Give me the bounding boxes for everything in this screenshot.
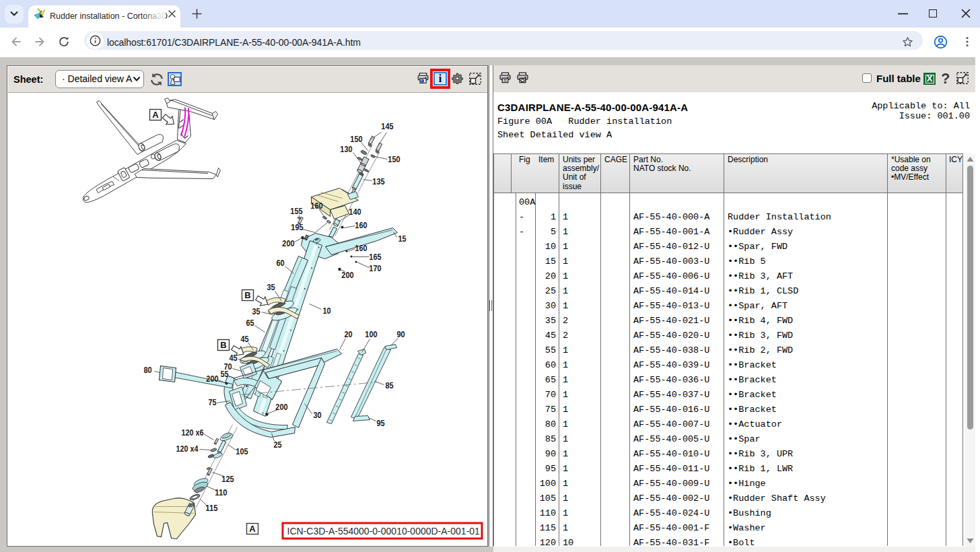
svg-text:155: 155 — [290, 206, 303, 216]
svg-text:200: 200 — [275, 402, 287, 412]
svg-text:195: 195 — [291, 222, 304, 232]
svg-text:160: 160 — [355, 220, 367, 230]
svg-text:160: 160 — [355, 243, 367, 253]
svg-text:90: 90 — [396, 329, 405, 339]
svg-text:115: 115 — [205, 503, 218, 513]
svg-text:A: A — [249, 524, 256, 534]
svg-text:A: A — [152, 110, 159, 120]
svg-text:150: 150 — [350, 134, 362, 144]
svg-text:160: 160 — [310, 201, 322, 211]
svg-text:95: 95 — [376, 418, 385, 428]
svg-text:105: 105 — [236, 446, 248, 456]
svg-text:120 x6: 120 x6 — [181, 427, 203, 437]
svg-text:20: 20 — [344, 329, 352, 339]
svg-text:125: 125 — [221, 474, 234, 484]
svg-text:15: 15 — [398, 234, 407, 244]
svg-text:135: 135 — [372, 176, 385, 186]
svg-text:140: 140 — [349, 207, 361, 217]
svg-text:25: 25 — [273, 440, 282, 450]
svg-text:35: 35 — [267, 282, 275, 292]
svg-text:150: 150 — [388, 154, 400, 164]
svg-text:55: 55 — [220, 369, 229, 379]
svg-text:120 x4: 120 x4 — [176, 443, 198, 453]
svg-text:145: 145 — [381, 121, 394, 131]
svg-text:165: 165 — [369, 252, 382, 262]
svg-text:75: 75 — [208, 397, 217, 407]
svg-text:170: 170 — [369, 263, 381, 273]
svg-text:10: 10 — [322, 306, 330, 316]
svg-text:65: 65 — [246, 318, 254, 328]
svg-text:30: 30 — [313, 410, 321, 420]
svg-text:B: B — [220, 340, 226, 350]
svg-text:60: 60 — [276, 258, 284, 268]
svg-text:200: 200 — [282, 238, 294, 248]
svg-text:130: 130 — [340, 144, 352, 154]
svg-text:35: 35 — [252, 306, 260, 316]
svg-text:80: 80 — [143, 365, 151, 375]
svg-text:200: 200 — [341, 270, 353, 280]
svg-text:200: 200 — [206, 374, 218, 384]
svg-text:B: B — [244, 290, 250, 300]
svg-text:110: 110 — [215, 487, 227, 497]
svg-text:ICN-C3D-A-554000-0-00010-0000D: ICN-C3D-A-554000-0-00010-0000D-A-001-01 — [287, 525, 480, 536]
svg-text:45: 45 — [240, 334, 249, 344]
svg-text:85: 85 — [385, 380, 394, 390]
svg-text:100: 100 — [365, 329, 377, 339]
